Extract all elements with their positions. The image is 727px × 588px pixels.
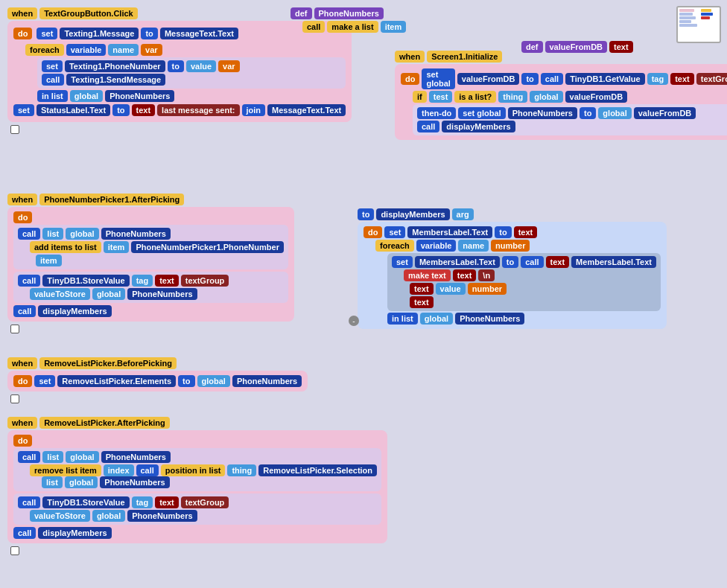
event3-item2: item — [36, 255, 62, 266]
event1-set-row: set Texting1.Message to MessageText.Text — [34, 25, 241, 42]
event2-call2: call — [417, 121, 439, 132]
proc1-global: global — [420, 313, 453, 325]
event5-remove-list-item: remove list item — [30, 464, 101, 476]
event4-container: when RemoveListPicker.BeforePicking do s… — [7, 357, 308, 392]
event3-phone-picker: PhoneNumberPicker1.PhoneNumber — [131, 241, 284, 253]
def1-name: PhoneNumbers — [314, 7, 384, 19]
event1-to2: to — [168, 60, 184, 72]
event3-checkbox[interactable] — [10, 325, 19, 333]
event1-var: var — [141, 44, 162, 56]
event2-phone-numbers: PhoneNumbers — [508, 107, 577, 119]
event1-checkbox[interactable] — [10, 125, 19, 134]
event5-phone-numbers2: PhoneNumbers — [100, 476, 169, 488]
event5-list2: list — [42, 476, 63, 488]
proc1-container: to displayMembers arg do set MembersLabe… — [358, 208, 667, 329]
event2-global2: global — [530, 91, 562, 103]
event1-inner: set Texting1.PhoneNumber to value var ca… — [37, 57, 346, 89]
event3-textgroup: textGroup — [181, 275, 229, 287]
proc1-to2: to — [495, 226, 511, 238]
event3-tag: tag — [132, 275, 153, 287]
event5-remove-list: call list global PhoneNumbers remove lis… — [13, 448, 381, 491]
event1-text-label: text — [132, 104, 156, 116]
event4-when: when — [7, 357, 37, 369]
event1-to3: to — [112, 104, 129, 116]
event2-valuefromdb2: valueFromDB — [565, 91, 628, 103]
event1-phone-numbers: PhoneNumbers — [105, 90, 174, 102]
event5-textgroup: textGroup — [181, 496, 229, 508]
event5-checkbox[interactable] — [10, 546, 19, 555]
event4-name: RemoveListPicker.BeforePicking — [39, 357, 177, 369]
event2-body: do set global valueFromDB to call TinyDB… — [395, 64, 727, 140]
event5-global2: global — [65, 476, 98, 488]
event1-do: do — [13, 28, 32, 39]
event4-checkbox[interactable] — [10, 394, 19, 403]
proc1-variable: variable — [416, 240, 457, 252]
def1-body: call make a list item — [302, 21, 406, 33]
event5-list: list — [42, 451, 63, 463]
event3-phone-numbers2: PhoneNumbers — [127, 288, 197, 300]
event4-do: do — [13, 375, 32, 387]
proc1-value: value — [436, 283, 466, 295]
event3-item: item — [104, 241, 130, 253]
event1-var2: var — [218, 60, 240, 72]
event1-foreach: foreach — [25, 44, 64, 56]
event3-body: do call list global PhoneNumbers add ite… — [7, 207, 294, 322]
event2-valuefromdb3: valueFromDB — [634, 107, 696, 119]
event2-when: when — [395, 51, 425, 63]
event3-text: text — [155, 275, 179, 287]
event5-store-value: call TinyDB1.StoreValue tag text textGro… — [13, 493, 381, 525]
event5-picker-selection: RemoveListPicker.Selection — [258, 464, 377, 476]
proc1-make-text: make text text \n text value number text — [404, 269, 656, 308]
event1-body: do set Texting1.Message to MessageText.T… — [7, 21, 352, 122]
event2-then-do: then-do set global PhoneNumbers to globa… — [413, 104, 727, 135]
event5-phone-numbers3: PhoneNumbers — [127, 510, 197, 522]
event1-name-label: name — [108, 44, 139, 56]
event2-global3: global — [598, 107, 631, 119]
event2-do: do — [401, 73, 419, 85]
event4-to: to — [178, 375, 194, 387]
proc1-make-text-label: make text — [404, 269, 451, 281]
event1-when-label: when — [7, 7, 37, 19]
event3-phone-numbers: PhoneNumbers — [101, 228, 171, 240]
proc1-collapse[interactable]: - — [349, 316, 359, 326]
proc1-name: displayMembers — [376, 208, 449, 220]
proc1-n: \n — [478, 269, 495, 281]
proc1-set: set — [384, 226, 405, 238]
event5-text: text — [155, 496, 179, 508]
event1-global: global — [70, 90, 103, 102]
event1-set3: set — [13, 104, 34, 116]
event1-join: join — [242, 104, 266, 116]
proc1-text3: text — [453, 269, 477, 281]
event2-if: if — [413, 91, 427, 103]
event5-call2: call — [136, 464, 159, 476]
event2-is-a-list: is a list? — [454, 91, 496, 103]
event3-global2: global — [92, 288, 125, 300]
event3-when: when — [7, 194, 37, 205]
event4-set: set — [34, 375, 55, 387]
event5-thing: thing — [227, 464, 256, 476]
event1-set: set — [36, 28, 57, 39]
proc1-set2: set — [392, 256, 413, 268]
event2-call: call — [541, 73, 563, 85]
event1-send-message: Texting1.SendMessage — [66, 74, 165, 86]
event3-name: PhoneNumberPicker1.AfterPicking — [39, 194, 184, 205]
event3-add-items-label: add items to list — [30, 241, 101, 253]
event3-call3: call — [13, 305, 36, 317]
proc1-number: number — [491, 240, 530, 252]
proc1-members-label: MembersLabel.Text — [407, 226, 492, 238]
event3-store-value: call TinyDB1.StoreValue tag text textGro… — [13, 272, 288, 303]
def1-container: def PhoneNumbers call make a list item — [291, 7, 406, 33]
event2-thing: thing — [498, 91, 527, 103]
event5-global3: global — [92, 510, 125, 522]
event2-test: test — [429, 91, 453, 103]
def1-make-list: make a list — [327, 21, 378, 33]
event5-name: RemoveListPicker.AfterPicking — [39, 417, 170, 429]
event3-value-to-store: valueToStore — [30, 288, 90, 300]
event1-in-list: in list — [37, 90, 68, 102]
event5-global: global — [66, 451, 98, 463]
proc1-name-label: name — [458, 240, 489, 252]
event1-last-message: last message sent: — [157, 104, 239, 116]
def1-item: item — [381, 21, 407, 33]
event5-call: call — [18, 451, 40, 463]
event1-variable: variable — [66, 44, 107, 56]
